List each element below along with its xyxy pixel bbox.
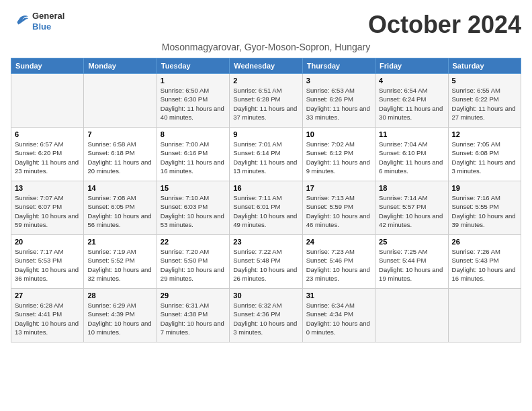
- day-number: 31: [306, 291, 371, 300]
- day-info: Sunrise: 6:53 AMSunset: 6:26 PMDaylight:…: [306, 86, 371, 122]
- calendar-week-row: 6Sunrise: 6:57 AMSunset: 6:20 PMDaylight…: [11, 128, 521, 181]
- day-number: 24: [306, 238, 371, 246]
- day-number: 6: [15, 130, 80, 138]
- day-number: 4: [379, 77, 444, 85]
- day-info: Sunrise: 6:34 AMSunset: 4:34 PMDaylight:…: [306, 301, 371, 336]
- day-info: Sunrise: 6:28 AMSunset: 4:41 PMDaylight:…: [15, 301, 80, 336]
- calendar-cell: 13Sunrise: 7:07 AMSunset: 6:07 PMDayligh…: [11, 181, 84, 235]
- day-info: Sunrise: 7:20 AMSunset: 5:50 PMDaylight:…: [161, 247, 226, 283]
- calendar-cell: 8Sunrise: 7:00 AMSunset: 6:16 PMDaylight…: [157, 128, 229, 181]
- day-number: 23: [233, 238, 298, 246]
- calendar-header-row: SundayMondayTuesdayWednesdayThursdayFrid…: [11, 58, 521, 74]
- day-info: Sunrise: 7:11 AMSunset: 6:01 PMDaylight:…: [233, 193, 298, 229]
- calendar-week-row: 27Sunrise: 6:28 AMSunset: 4:41 PMDayligh…: [11, 289, 521, 342]
- day-number: 13: [15, 184, 80, 192]
- calendar-cell: 29Sunrise: 6:31 AMSunset: 4:38 PMDayligh…: [157, 289, 229, 342]
- day-number: 21: [87, 238, 152, 246]
- day-info: Sunrise: 7:17 AMSunset: 5:53 PMDaylight:…: [15, 247, 80, 283]
- calendar-cell: 28Sunrise: 6:29 AMSunset: 4:39 PMDayligh…: [84, 289, 157, 342]
- calendar-cell: 24Sunrise: 7:23 AMSunset: 5:46 PMDayligh…: [302, 235, 375, 289]
- day-info: Sunrise: 6:50 AMSunset: 6:30 PMDaylight:…: [161, 86, 226, 122]
- calendar-cell: 11Sunrise: 7:04 AMSunset: 6:10 PMDayligh…: [375, 128, 448, 181]
- day-info: Sunrise: 6:31 AMSunset: 4:38 PMDaylight:…: [161, 301, 226, 336]
- calendar-cell: 30Sunrise: 6:32 AMSunset: 4:36 PMDayligh…: [230, 289, 302, 342]
- day-info: Sunrise: 7:02 AMSunset: 6:12 PMDaylight:…: [306, 140, 371, 175]
- day-of-week-header: Tuesday: [157, 58, 229, 74]
- calendar-cell: 19Sunrise: 7:16 AMSunset: 5:55 PMDayligh…: [448, 181, 521, 235]
- day-info: Sunrise: 7:19 AMSunset: 5:52 PMDaylight:…: [87, 247, 152, 283]
- day-number: 15: [161, 184, 226, 192]
- calendar-cell: 20Sunrise: 7:17 AMSunset: 5:53 PMDayligh…: [11, 235, 84, 289]
- day-number: 10: [306, 130, 371, 138]
- calendar-cell: 9Sunrise: 7:01 AMSunset: 6:14 PMDaylight…: [230, 128, 302, 181]
- day-number: 2: [233, 77, 298, 85]
- day-info: Sunrise: 6:29 AMSunset: 4:39 PMDaylight:…: [87, 301, 152, 336]
- day-info: Sunrise: 7:00 AMSunset: 6:16 PMDaylight:…: [161, 140, 226, 175]
- calendar-cell: [448, 289, 521, 342]
- day-number: 5: [452, 77, 517, 85]
- subtitle: Mosonmagyarovar, Gyor-Moson-Sopron, Hung…: [11, 42, 521, 52]
- day-of-week-header: Wednesday: [230, 58, 302, 74]
- day-info: Sunrise: 7:22 AMSunset: 5:48 PMDaylight:…: [233, 247, 298, 283]
- logo: General Blue: [11, 11, 64, 32]
- header: General Blue October 2024: [11, 11, 521, 39]
- day-info: Sunrise: 6:55 AMSunset: 6:22 PMDaylight:…: [452, 86, 517, 122]
- day-number: 12: [452, 130, 517, 138]
- day-number: 14: [87, 184, 152, 192]
- day-of-week-header: Sunday: [11, 58, 84, 74]
- calendar-cell: 6Sunrise: 6:57 AMSunset: 6:20 PMDaylight…: [11, 128, 84, 181]
- day-info: Sunrise: 7:08 AMSunset: 6:05 PMDaylight:…: [87, 193, 152, 229]
- logo-bird-icon: [11, 13, 30, 30]
- day-info: Sunrise: 7:01 AMSunset: 6:14 PMDaylight:…: [233, 140, 298, 175]
- month-title: October 2024: [368, 11, 521, 39]
- day-of-week-header: Friday: [375, 58, 448, 74]
- calendar-cell: 14Sunrise: 7:08 AMSunset: 6:05 PMDayligh…: [84, 181, 157, 235]
- day-info: Sunrise: 7:13 AMSunset: 5:59 PMDaylight:…: [306, 193, 371, 229]
- calendar-cell: [84, 74, 157, 128]
- day-info: Sunrise: 6:54 AMSunset: 6:24 PMDaylight:…: [379, 86, 444, 122]
- day-number: 1: [161, 77, 226, 85]
- day-number: 20: [15, 238, 80, 246]
- day-number: 18: [379, 184, 444, 192]
- day-info: Sunrise: 7:10 AMSunset: 6:03 PMDaylight:…: [161, 193, 226, 229]
- logo-text: General Blue: [32, 11, 64, 32]
- calendar-cell: 25Sunrise: 7:25 AMSunset: 5:44 PMDayligh…: [375, 235, 448, 289]
- calendar-cell: 7Sunrise: 6:58 AMSunset: 6:18 PMDaylight…: [84, 128, 157, 181]
- calendar-cell: 2Sunrise: 6:51 AMSunset: 6:28 PMDaylight…: [230, 74, 302, 128]
- calendar-week-row: 1Sunrise: 6:50 AMSunset: 6:30 PMDaylight…: [11, 74, 521, 128]
- calendar-cell: 27Sunrise: 6:28 AMSunset: 4:41 PMDayligh…: [11, 289, 84, 342]
- calendar-cell: 10Sunrise: 7:02 AMSunset: 6:12 PMDayligh…: [302, 128, 375, 181]
- day-number: 16: [233, 184, 298, 192]
- calendar-cell: [11, 74, 84, 128]
- day-number: 26: [452, 238, 517, 246]
- calendar-cell: 18Sunrise: 7:14 AMSunset: 5:57 PMDayligh…: [375, 181, 448, 235]
- day-info: Sunrise: 7:23 AMSunset: 5:46 PMDaylight:…: [306, 247, 371, 283]
- day-info: Sunrise: 6:32 AMSunset: 4:36 PMDaylight:…: [233, 301, 298, 336]
- day-info: Sunrise: 7:25 AMSunset: 5:44 PMDaylight:…: [379, 247, 444, 283]
- day-of-week-header: Thursday: [302, 58, 375, 74]
- calendar-week-row: 13Sunrise: 7:07 AMSunset: 6:07 PMDayligh…: [11, 181, 521, 235]
- day-of-week-header: Monday: [84, 58, 157, 74]
- day-number: 30: [233, 291, 298, 300]
- calendar-cell: 23Sunrise: 7:22 AMSunset: 5:48 PMDayligh…: [230, 235, 302, 289]
- day-info: Sunrise: 7:16 AMSunset: 5:55 PMDaylight:…: [452, 193, 517, 229]
- calendar-cell: [375, 289, 448, 342]
- calendar-cell: 17Sunrise: 7:13 AMSunset: 5:59 PMDayligh…: [302, 181, 375, 235]
- day-info: Sunrise: 7:05 AMSunset: 6:08 PMDaylight:…: [452, 140, 517, 175]
- calendar-cell: 31Sunrise: 6:34 AMSunset: 4:34 PMDayligh…: [302, 289, 375, 342]
- day-number: 17: [306, 184, 371, 192]
- day-number: 7: [87, 130, 152, 138]
- calendar-cell: 12Sunrise: 7:05 AMSunset: 6:08 PMDayligh…: [448, 128, 521, 181]
- day-number: 22: [161, 238, 226, 246]
- day-number: 28: [87, 291, 152, 300]
- calendar-cell: 4Sunrise: 6:54 AMSunset: 6:24 PMDaylight…: [375, 74, 448, 128]
- day-info: Sunrise: 6:51 AMSunset: 6:28 PMDaylight:…: [233, 86, 298, 122]
- day-number: 25: [379, 238, 444, 246]
- calendar-cell: 3Sunrise: 6:53 AMSunset: 6:26 PMDaylight…: [302, 74, 375, 128]
- day-of-week-header: Saturday: [448, 58, 521, 74]
- day-number: 19: [452, 184, 517, 192]
- calendar-table: SundayMondayTuesdayWednesdayThursdayFrid…: [11, 58, 521, 342]
- day-info: Sunrise: 7:04 AMSunset: 6:10 PMDaylight:…: [379, 140, 444, 175]
- day-number: 29: [161, 291, 226, 300]
- day-info: Sunrise: 7:14 AMSunset: 5:57 PMDaylight:…: [379, 193, 444, 229]
